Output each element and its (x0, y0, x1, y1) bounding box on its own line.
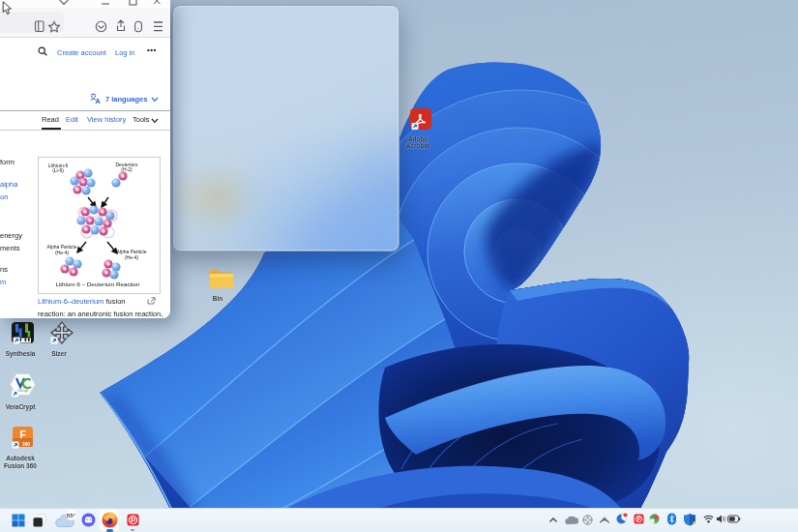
svg-text:F: F (19, 429, 26, 440)
svg-text:(He-4): (He-4) (55, 250, 70, 255)
svg-text:55°: 55° (67, 511, 76, 517)
svg-text:(He-4): (He-4) (125, 254, 139, 260)
svg-text:360: 360 (22, 442, 30, 447)
svg-text:(Li-6): (Li-6) (52, 167, 64, 173)
svg-text:VeraCrypt: VeraCrypt (16, 389, 28, 393)
svg-text:(H-2): (H-2) (121, 166, 133, 172)
svg-text:Lithium-6 – Deuterium Reaction: Lithium-6 – Deuterium Reaction (55, 281, 140, 287)
svg-text:A: A (96, 97, 102, 103)
